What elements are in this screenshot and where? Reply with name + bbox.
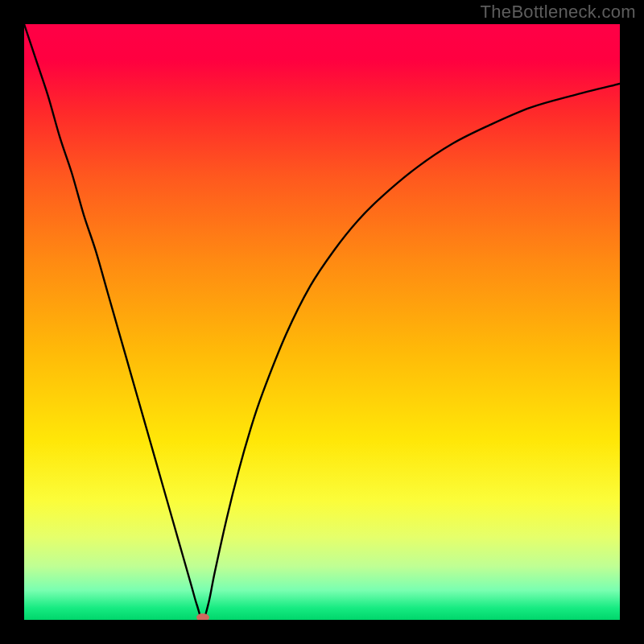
bottleneck-curve [24,24,620,620]
minimum-marker-icon [196,613,209,620]
plot-area [24,24,620,620]
watermark-text: TheBottleneck.com [481,2,636,23]
chart-frame: TheBottleneck.com [0,0,644,644]
